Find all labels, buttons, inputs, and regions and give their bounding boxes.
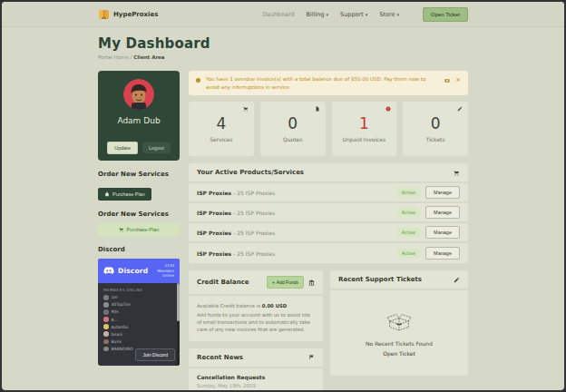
pay-invoice-icon[interactable]: [444, 78, 450, 83]
empty-box-icon: [385, 310, 413, 333]
breadcrumb: Portal Home / Client Area: [98, 54, 468, 60]
discord-wordmark: Discord: [118, 267, 148, 275]
product-row: ISP Proxies-25 ISP Proxies Active Manage: [189, 203, 468, 223]
profile-name: Adam Dub: [117, 116, 160, 125]
status-badge: Active: [397, 228, 420, 237]
discord-widget-header: Discord 2233 Members Online: [98, 259, 180, 283]
news-item-date: Sunday, May 19th, 2019: [197, 383, 315, 388]
avatar: [123, 79, 154, 110]
member-avatar: [103, 309, 109, 315]
brand-logo-link[interactable]: HypeProxies: [98, 8, 158, 20]
manage-button[interactable]: Manage: [425, 247, 460, 260]
warning-dot-icon: [196, 78, 200, 83]
news-item-title[interactable]: Cancellation Requests: [197, 374, 315, 380]
page-title: My Dashboard: [98, 35, 468, 52]
purchase-plan-button-dark[interactable]: Purchase Plan: [98, 188, 151, 201]
stat-card-tickets[interactable]: 0 Tickets: [403, 102, 468, 156]
recent-support-tickets-panel: Recent Support Tickets No R: [330, 270, 468, 376]
breadcrumb-separator: /: [131, 54, 132, 60]
product-row: ISP Proxies-25 ISP Proxies Active Manage: [189, 183, 468, 203]
member-avatar: [103, 302, 109, 308]
nav-item-support[interactable]: Support▾: [340, 11, 367, 18]
nav-links: Dashboard Billing▾ Support▾ Store▾ Open …: [262, 7, 468, 22]
credit-balance-panel: Credit Balance + Add Funds Available Cre…: [189, 270, 323, 341]
member-avatar: [103, 331, 109, 337]
stats-row: 4 Services 0 Quotes 1 Unpaid Invoices: [189, 102, 468, 156]
sidebar: Adam Dub Update Logout Order New Service…: [98, 71, 180, 392]
chevron-down-icon: ▾: [396, 12, 399, 17]
breadcrumb-current: Client Area: [133, 54, 164, 60]
member-avatar: [103, 324, 109, 329]
credit-balance-value: 0.00 USD: [262, 303, 287, 309]
file-icon: [315, 106, 320, 112]
panel-title: Recent Support Tickets: [338, 276, 422, 283]
profile-card: Adam Dub Update Logout: [98, 71, 180, 161]
plus-icon: +: [272, 280, 275, 285]
discord-member: 30TopTier: [103, 302, 174, 308]
stat-label: Tickets: [426, 136, 445, 142]
discord-members-online-count: 2233 Members Online: [157, 263, 174, 278]
cart-icon: [454, 170, 460, 176]
product-row: ISP Proxies-25 ISP Proxies Active Manage: [189, 223, 468, 243]
credit-description: Add funds to your account with us to avo…: [197, 311, 315, 334]
overdue-invoice-alert: You have 1 overdue invoice(s) with a tot…: [189, 71, 468, 95]
manage-button[interactable]: Manage: [425, 206, 460, 219]
discord-scrollbar[interactable]: [177, 283, 180, 366]
stat-value: 1: [359, 116, 369, 132]
discord-member: 90s: [103, 309, 174, 315]
discord-member: beani: [103, 331, 174, 337]
main-content: You have 1 overdue invoice(s) with a tot…: [189, 71, 468, 392]
stat-value: 0: [288, 116, 298, 132]
no-tickets-text: No Recent Tickets Found: [366, 340, 433, 347]
discord-member: 1er: [103, 295, 174, 300]
stat-card-unpaid-invoices[interactable]: 1 Unpaid Invoices: [332, 102, 397, 156]
top-navbar: HypeProxies Dashboard Billing▾ Support▾ …: [2, 2, 564, 27]
pencil-icon: [454, 277, 460, 283]
pencil-icon: [457, 106, 463, 112]
open-ticket-link[interactable]: Open Ticket: [383, 350, 415, 357]
brand-name: HypeProxies: [113, 11, 158, 18]
update-profile-button[interactable]: Update: [107, 142, 138, 154]
join-discord-button[interactable]: Join Discord: [135, 348, 175, 361]
nav-item-dashboard[interactable]: Dashboard: [262, 11, 294, 18]
manage-button[interactable]: Manage: [425, 186, 460, 199]
panel-title: Credit Balance: [197, 279, 249, 286]
active-products-panel: Your Active Products/Services ISP Proxie…: [189, 163, 468, 263]
stat-card-services[interactable]: 4 Services: [189, 102, 254, 156]
member-avatar: [103, 347, 109, 352]
status-badge: Active: [397, 208, 420, 217]
alert-circle-icon: [385, 106, 391, 112]
shopping-bag-icon: [104, 191, 110, 197]
page-head: My Dashboard Portal Home / Client Area: [98, 35, 468, 60]
credit-balance-line: Available Credit balance is 0.00 USD: [197, 302, 315, 309]
manage-button[interactable]: Manage: [425, 226, 460, 239]
chevron-down-icon: ▾: [327, 12, 329, 17]
open-ticket-button[interactable]: Open Ticket: [423, 7, 468, 22]
members-online-header: MEMBERS ONLINE: [103, 288, 174, 292]
discord-logo-icon: [103, 267, 114, 275]
discord-widget: Discord 2233 Members Online MEMBERS ONLI…: [98, 259, 180, 366]
stat-card-quotes[interactable]: 0 Quotes: [260, 102, 326, 156]
product-row: ISP Proxies-25 ISP Proxies Active Manage: [189, 243, 468, 263]
breadcrumb-home[interactable]: Portal Home: [98, 54, 129, 60]
stat-label: Services: [210, 136, 232, 142]
logout-button[interactable]: Logout: [142, 142, 171, 153]
nav-item-store[interactable]: Store▾: [379, 11, 399, 18]
close-icon[interactable]: ×: [455, 77, 461, 83]
status-badge: Active: [397, 249, 420, 258]
flag-icon: [308, 354, 315, 360]
discord-member: A...: [103, 317, 174, 322]
add-funds-button[interactable]: + Add Funds: [267, 276, 304, 289]
stat-label: Quotes: [283, 136, 302, 142]
panel-title: Your Active Products/Services: [197, 169, 304, 176]
stat-label: Unpaid Invoices: [343, 136, 386, 142]
bank-icon: [308, 279, 315, 286]
hypeproxies-logo-icon: [98, 8, 110, 20]
stat-value: 0: [431, 116, 441, 132]
nav-item-billing[interactable]: Billing▾: [307, 11, 328, 18]
order-services-title-1: Order New Services: [98, 171, 180, 178]
purchase-plan-button-light[interactable]: Purchase Plan: [98, 223, 180, 236]
status-badge: Active: [397, 188, 420, 197]
discord-member: AidanGo: [103, 324, 174, 329]
cart-icon: [243, 106, 249, 112]
